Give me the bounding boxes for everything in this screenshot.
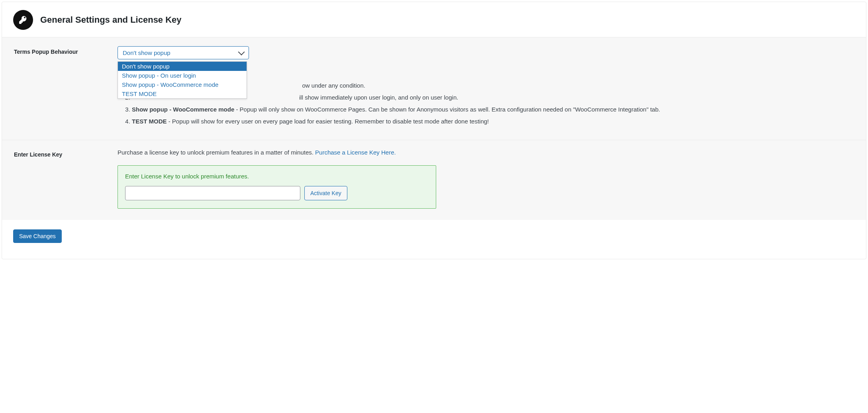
row-terms-popup: Terms Popup Behaviour Don't show popup D… bbox=[2, 37, 866, 140]
panel-header: General Settings and License Key bbox=[2, 2, 866, 37]
settings-table: Terms Popup Behaviour Don't show popup D… bbox=[2, 37, 866, 220]
terms-popup-select-wrap: Don't show popup Don't show popup Show p… bbox=[118, 46, 249, 59]
row-license-key: Enter License Key Purchase a license key… bbox=[2, 140, 866, 220]
license-key-input[interactable] bbox=[125, 186, 300, 200]
terms-popup-label: Terms Popup Behaviour bbox=[2, 37, 114, 140]
key-icon bbox=[13, 10, 33, 30]
desc-item-1-text: ow under any condition. bbox=[302, 82, 365, 89]
desc-item-3: Show popup - WooCommerce mode - Popup wi… bbox=[132, 105, 854, 114]
desc-item-3-strong: Show popup - WooCommerce mode bbox=[132, 106, 234, 113]
page-title: General Settings and License Key bbox=[40, 15, 182, 25]
license-intro: Purchase a license key to unlock premium… bbox=[118, 149, 854, 156]
desc-item-3-text: - Popup will only show on WooCommerce Pa… bbox=[234, 106, 660, 113]
activate-key-button[interactable]: Activate Key bbox=[304, 186, 347, 200]
save-changes-button[interactable]: Save Changes bbox=[13, 229, 62, 243]
desc-item-4-strong: TEST MODE bbox=[132, 118, 167, 125]
desc-item-4-text: - Popup will show for every user on ever… bbox=[167, 118, 489, 125]
submit-row: Save Changes bbox=[2, 220, 866, 259]
license-box-text: Enter License Key to unlock premium feat… bbox=[125, 173, 429, 180]
license-intro-text: Purchase a license key to unlock premium… bbox=[118, 149, 315, 156]
license-label: Enter License Key bbox=[2, 140, 114, 220]
desc-item-2-text: ill show immediately upon user login, an… bbox=[299, 94, 458, 101]
dropdown-option-test-mode[interactable]: TEST MODE bbox=[118, 89, 247, 98]
dropdown-option-on-login[interactable]: Show popup - On user login bbox=[118, 71, 247, 80]
purchase-license-link[interactable]: Purchase a License Key Here. bbox=[315, 149, 396, 156]
dropdown-option-woocommerce[interactable]: Show popup - WooCommerce mode bbox=[118, 80, 247, 89]
desc-item-4: TEST MODE - Popup will show for every us… bbox=[132, 117, 854, 126]
settings-panel: General Settings and License Key Terms P… bbox=[2, 2, 866, 259]
license-box: Enter License Key to unlock premium feat… bbox=[118, 165, 436, 209]
terms-popup-select[interactable]: Don't show popup bbox=[118, 46, 249, 59]
dropdown-option-dont-show[interactable]: Don't show popup bbox=[118, 62, 247, 71]
terms-popup-dropdown: Don't show popup Show popup - On user lo… bbox=[118, 61, 247, 99]
